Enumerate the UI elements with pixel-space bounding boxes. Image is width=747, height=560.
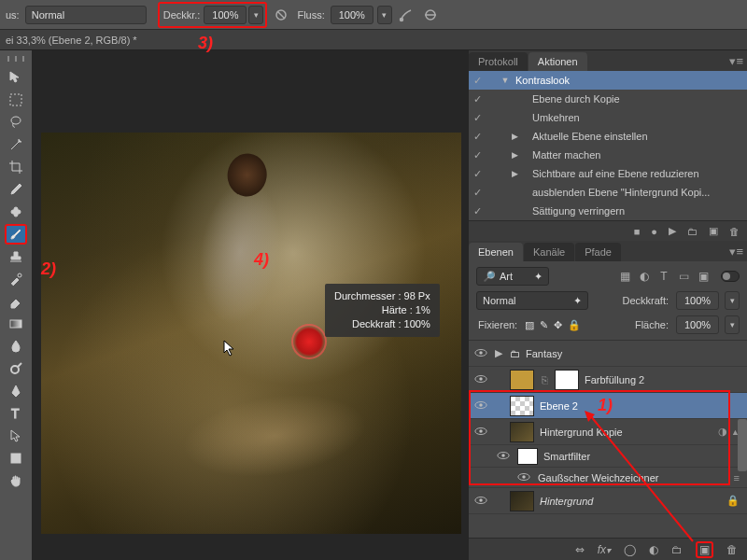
action-row[interactable]: ✓▼Kontraslook: [469, 71, 747, 90]
marquee-tool[interactable]: [5, 90, 27, 110]
action-check-icon[interactable]: ✓: [471, 168, 484, 180]
mask-icon[interactable]: ◯: [624, 543, 636, 556]
brush-tool[interactable]: [5, 224, 27, 245]
blend-mode-select[interactable]: Normal: [25, 6, 147, 24]
action-row[interactable]: ✓Umkehren: [469, 108, 747, 127]
stop-icon[interactable]: ■: [634, 226, 641, 237]
fill-dropdown[interactable]: [725, 315, 740, 334]
disclosure-icon[interactable]: ▶: [508, 150, 521, 160]
blur-tool[interactable]: [5, 336, 27, 357]
adjustment-icon[interactable]: ◐: [649, 543, 658, 556]
layer-blend-select[interactable]: Normal✦: [476, 291, 588, 310]
layer-list[interactable]: ▶🗀Fantasy⎘Farbfüllung 2Ebene 2Hintergrun…: [469, 340, 747, 538]
filter-mask[interactable]: [517, 448, 538, 465]
pressure-opacity-icon[interactable]: [271, 5, 291, 25]
action-check-icon[interactable]: ✓: [471, 112, 484, 124]
crop-tool[interactable]: [5, 157, 27, 177]
lasso-tool[interactable]: [5, 112, 27, 133]
heal-tool[interactable]: [5, 202, 27, 222]
tab-ebenen[interactable]: Ebenen: [469, 243, 523, 261]
layer-row[interactable]: ▶🗀Fantasy: [469, 341, 747, 367]
layer-row[interactable]: ⎘Farbfüllung 2: [469, 367, 747, 393]
action-check-icon[interactable]: ✓: [471, 187, 484, 199]
action-row[interactable]: ✓Ebene durch Kopie: [469, 90, 747, 108]
layer-row[interactable]: Gaußscher Weichzeichner≡: [469, 468, 747, 488]
toolbox-grip[interactable]: [7, 56, 24, 62]
disclosure-icon[interactable]: ▶: [508, 132, 521, 141]
delete-layer-icon[interactable]: 🗑: [726, 543, 738, 556]
layer-row[interactable]: Ebene 2: [469, 393, 747, 419]
play-icon[interactable]: ▶: [669, 225, 676, 237]
action-check-icon[interactable]: ✓: [471, 131, 484, 143]
layer-row[interactable]: Hintergrund🔒: [469, 488, 747, 514]
lock-all-icon[interactable]: 🔒: [568, 319, 581, 331]
action-row[interactable]: ✓Sättigung verringern: [469, 202, 747, 220]
visibility-icon[interactable]: [515, 472, 532, 483]
disclosure-icon[interactable]: ▼: [499, 76, 512, 85]
opacity-dropdown[interactable]: [248, 6, 263, 24]
move-tool[interactable]: [5, 67, 27, 88]
eraser-tool[interactable]: [5, 291, 27, 312]
text-tool[interactable]: T: [5, 403, 27, 424]
layer-filter-icons[interactable]: ▦ ◐ T ▭ ▣: [618, 270, 710, 283]
group-icon[interactable]: 🗀: [671, 543, 683, 556]
lock-trans-icon[interactable]: ▨: [525, 319, 534, 331]
layer-opacity-input[interactable]: 100%: [676, 291, 719, 310]
tab-protokoll[interactable]: Protokoll: [469, 52, 528, 71]
pressure-size-icon[interactable]: [420, 5, 441, 25]
fill-input[interactable]: 100%: [676, 315, 719, 334]
path-select-tool[interactable]: [5, 426, 27, 446]
new-layer-icon[interactable]: ▣: [696, 541, 713, 558]
action-check-icon[interactable]: ✓: [471, 149, 484, 161]
link-layers-icon[interactable]: ⇔: [575, 543, 585, 556]
layer-kind-filter[interactable]: 🔎 Art ✦: [476, 267, 549, 286]
flow-dropdown[interactable]: [377, 6, 392, 24]
fx-icon[interactable]: fx▾: [598, 543, 611, 556]
filter-options-icon[interactable]: ≡: [734, 472, 743, 483]
layer-mask[interactable]: [555, 370, 579, 390]
new-action-icon[interactable]: ▣: [709, 225, 718, 237]
lock-position-icon[interactable]: ✥: [554, 319, 562, 331]
disclosure-icon[interactable]: ▶: [495, 347, 504, 359]
tab-aktionen[interactable]: Aktionen: [529, 52, 587, 71]
eyedropper-tool[interactable]: [5, 179, 27, 200]
tab-kanale[interactable]: Kanäle: [524, 243, 574, 261]
history-brush-tool[interactable]: [5, 269, 27, 289]
visibility-icon[interactable]: [472, 427, 489, 438]
filter-toggle[interactable]: [721, 271, 740, 282]
disclosure-icon[interactable]: ▶: [508, 169, 521, 178]
layer-opacity-dropdown[interactable]: [725, 291, 740, 310]
action-check-icon[interactable]: ✓: [471, 93, 484, 105]
panel-menu-icon[interactable]: ▾≡: [729, 54, 743, 68]
visibility-icon[interactable]: [472, 348, 489, 359]
tab-pfade[interactable]: Pfade: [575, 243, 621, 261]
airbrush-icon[interactable]: [396, 5, 416, 25]
delete-action-icon[interactable]: 🗑: [729, 226, 740, 237]
pen-tool[interactable]: [5, 381, 27, 401]
stamp-tool[interactable]: [5, 246, 27, 267]
action-row[interactable]: ✓▶Sichtbare auf eine Ebene reduzieren: [469, 164, 747, 183]
action-row[interactable]: ✓ausblenden Ebene "Hintergrund Kopi...: [469, 183, 747, 202]
shape-tool[interactable]: [5, 448, 27, 469]
layers-panel-menu-icon[interactable]: ▾≡: [729, 245, 743, 259]
opacity-input[interactable]: 100%: [204, 6, 247, 24]
layer-row[interactable]: Hintergrund Kopie◑▲: [469, 419, 747, 445]
dodge-tool[interactable]: [5, 358, 27, 379]
canvas-area[interactable]: Durchmesser : 98 Px Härte : 1% Deckkraft…: [32, 50, 469, 560]
action-check-icon[interactable]: ✓: [471, 75, 484, 87]
layer-row[interactable]: Smartfilter: [469, 445, 747, 468]
action-row[interactable]: ✓▶Aktuelle Ebene einstellen: [469, 127, 747, 146]
lock-pixels-icon[interactable]: ✎: [540, 319, 548, 331]
wand-tool[interactable]: [5, 134, 27, 155]
visibility-icon[interactable]: [472, 374, 489, 385]
visibility-icon[interactable]: [472, 496, 489, 507]
document-tab[interactable]: ei 33,3% (Ebene 2, RGB/8) *: [0, 30, 747, 50]
flow-input[interactable]: 100%: [331, 6, 374, 24]
action-row[interactable]: ✓▶Matter machen: [469, 146, 747, 164]
hand-tool[interactable]: [5, 470, 27, 491]
gradient-tool[interactable]: [5, 314, 27, 334]
visibility-icon[interactable]: [495, 451, 512, 462]
visibility-icon[interactable]: [472, 400, 489, 412]
layer-scrollbar[interactable]: [738, 419, 747, 471]
new-set-icon[interactable]: 🗀: [687, 226, 698, 237]
